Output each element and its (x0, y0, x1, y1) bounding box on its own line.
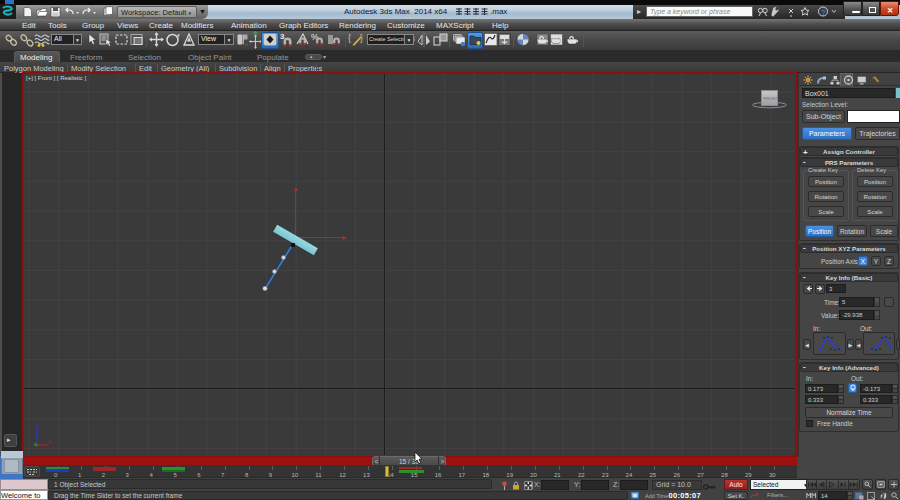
svg-text:?: ? (821, 8, 826, 17)
